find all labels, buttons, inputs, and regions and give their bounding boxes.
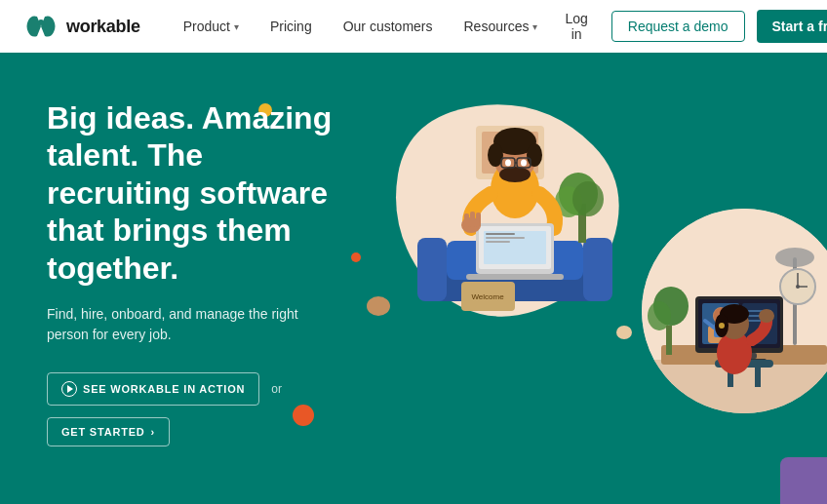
svg-rect-33 bbox=[470, 212, 475, 227]
svg-point-29 bbox=[505, 160, 511, 167]
chevron-down-icon: ▾ bbox=[234, 21, 239, 32]
svg-rect-2 bbox=[417, 238, 447, 301]
chevron-down-icon: ▾ bbox=[532, 21, 537, 32]
svg-rect-17 bbox=[486, 237, 525, 239]
small-tan-blob bbox=[367, 296, 390, 316]
svg-point-66 bbox=[759, 309, 774, 323]
svg-rect-34 bbox=[476, 213, 481, 227]
svg-text:Welcome: Welcome bbox=[471, 292, 504, 301]
hero-illustrations: Welcome bbox=[349, 82, 827, 501]
man-laptop-illustration: Welcome bbox=[398, 97, 632, 321]
get-started-button[interactable]: GET STARTED › bbox=[47, 417, 170, 446]
cta-or-text: or bbox=[271, 382, 282, 396]
request-demo-button[interactable]: Request a demo bbox=[611, 11, 745, 42]
see-in-action-button[interactable]: SEE WORKABLE IN ACTION bbox=[47, 372, 259, 406]
arrow-icon: › bbox=[151, 426, 155, 438]
bottom-tab bbox=[780, 457, 827, 504]
svg-point-65 bbox=[719, 323, 725, 329]
hero-section: Big ideas. Amazing talent. The recruitin… bbox=[0, 53, 827, 504]
nav-links: Product ▾ Pricing Our customers Resource… bbox=[168, 0, 554, 53]
start-trial-button[interactable]: Start a free trial › bbox=[757, 10, 827, 43]
svg-rect-18 bbox=[486, 241, 510, 243]
nav-actions: Log in Request a demo Start a free trial… bbox=[553, 5, 827, 48]
hero-text-block: Big ideas. Amazing talent. The recruitin… bbox=[47, 99, 339, 446]
svg-point-10 bbox=[572, 181, 604, 216]
logo[interactable]: workable bbox=[23, 13, 140, 40]
svg-rect-32 bbox=[464, 213, 469, 227]
nav-pricing[interactable]: Pricing bbox=[255, 0, 328, 53]
nav-resources[interactable]: Resources ▾ bbox=[449, 0, 554, 53]
nav-customers[interactable]: Our customers bbox=[328, 0, 449, 53]
woman-monitor-illustration bbox=[642, 209, 827, 413]
svg-rect-60 bbox=[755, 368, 761, 387]
svg-point-25 bbox=[499, 167, 531, 182]
svg-point-0 bbox=[38, 19, 44, 25]
small-cream-blob bbox=[616, 326, 632, 339]
svg-point-24 bbox=[527, 143, 542, 167]
svg-rect-15 bbox=[484, 231, 546, 264]
svg-rect-69 bbox=[666, 326, 672, 355]
hero-subtext: Find, hire, onboard, and manage the righ… bbox=[47, 304, 339, 345]
login-button[interactable]: Log in bbox=[553, 5, 599, 48]
logo-text: workable bbox=[66, 17, 140, 37]
svg-point-39 bbox=[775, 248, 814, 267]
nav-product[interactable]: Product ▾ bbox=[168, 0, 255, 53]
play-icon bbox=[61, 381, 77, 397]
navigation: workable Product ▾ Pricing Our customers… bbox=[0, 0, 827, 53]
svg-point-30 bbox=[521, 160, 527, 167]
hero-headline: Big ideas. Amazing talent. The recruitin… bbox=[47, 99, 339, 287]
hero-cta-group: SEE WORKABLE IN ACTION or GET STARTED › bbox=[47, 372, 339, 446]
svg-rect-14 bbox=[466, 274, 564, 280]
circle-illustration bbox=[642, 209, 827, 413]
svg-rect-16 bbox=[486, 233, 515, 235]
svg-rect-3 bbox=[583, 238, 612, 301]
